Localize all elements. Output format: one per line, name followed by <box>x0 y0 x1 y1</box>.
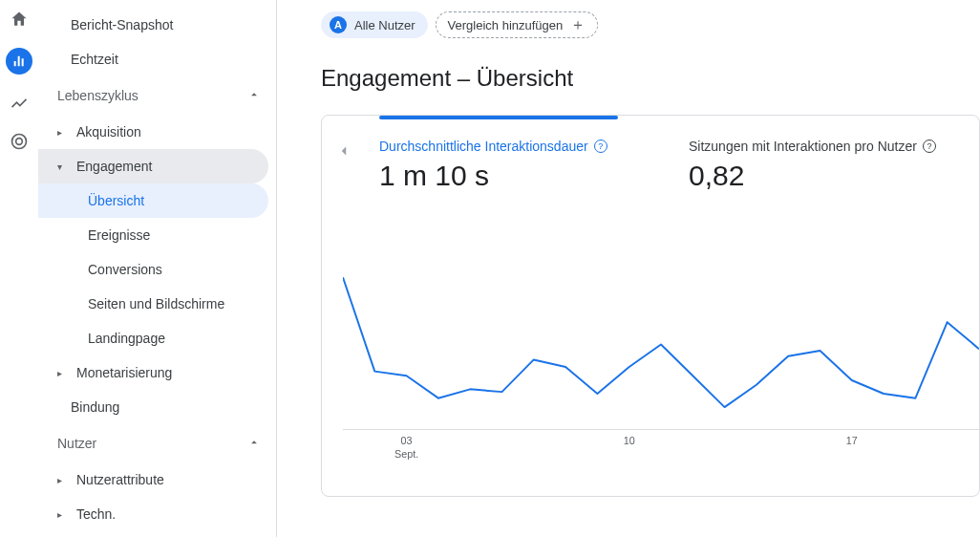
chevron-up-icon <box>247 436 261 452</box>
page-title: Engagement – Übersicht <box>321 65 980 92</box>
main-content: A Alle Nutzer Vergleich hinzufügen ＋ Eng… <box>287 0 980 537</box>
caret-right-icon: ▸ <box>57 127 69 138</box>
sidebar-item-label: Übersicht <box>88 193 144 208</box>
caret-right-icon: ▸ <box>57 368 69 378</box>
home-icon[interactable] <box>10 10 29 29</box>
plus-icon: ＋ <box>570 17 586 32</box>
sidebar-item-label: Monetarisierung <box>76 365 172 380</box>
sidebar-section-lifecycle[interactable]: Lebenszyklus <box>38 76 276 115</box>
sidebar-item-label: Seiten und Bildschirme <box>88 296 224 311</box>
metric-value: 1 m 10 s <box>379 160 628 192</box>
metric-row: Durchschnittliche Interaktionsdauer ? 1 … <box>322 116 979 192</box>
engagement-chart: 03Sept.1017 <box>343 259 979 486</box>
sidebar-item-landing-page[interactable]: Landingpage <box>38 321 268 355</box>
metric-engaged-sessions-per-user[interactable]: Sitzungen mit Interaktionen pro Nutzer ?… <box>689 139 937 192</box>
overview-card: Durchschnittliche Interaktionsdauer ? 1 … <box>321 115 980 497</box>
svg-text:10: 10 <box>624 435 635 446</box>
caret-right-icon: ▸ <box>57 509 69 520</box>
carousel-prev-button[interactable] <box>335 142 352 164</box>
sidebar-item-overview[interactable]: Übersicht <box>38 183 268 218</box>
help-icon[interactable]: ? <box>594 140 607 153</box>
segment-chip-all-users[interactable]: A Alle Nutzer <box>321 11 428 38</box>
sidebar-item-events[interactable]: Ereignisse <box>38 218 268 252</box>
sidebar-item-retention[interactable]: Bindung <box>38 390 268 424</box>
sidebar-section-label: Nutzer <box>57 436 96 451</box>
metric-label-text: Sitzungen mit Interaktionen pro Nutzer <box>689 139 917 154</box>
sidebar-item-monetization[interactable]: ▸ Monetarisierung <box>38 355 268 390</box>
metric-label: Durchschnittliche Interaktionsdauer ? <box>379 139 628 154</box>
segment-badge: A <box>330 16 347 33</box>
svg-point-0 <box>12 135 27 149</box>
sidebar: Bericht-Snapshot Echtzeit Lebenszyklus ▸… <box>38 0 277 537</box>
sidebar-item-user-attributes[interactable]: ▸ Nutzerattribute <box>38 462 268 497</box>
left-rail <box>0 0 38 537</box>
sidebar-section-user[interactable]: Nutzer <box>38 424 276 462</box>
sidebar-item-tech[interactable]: ▸ Techn. <box>38 497 268 531</box>
sidebar-item-label: Ereignisse <box>88 227 150 243</box>
chart-series-line <box>343 277 979 407</box>
metric-label-text: Durchschnittliche Interaktionsdauer <box>379 139 588 154</box>
sidebar-item-engagement[interactable]: ▾ Engagement <box>38 149 268 183</box>
sidebar-item-realtime[interactable]: Echtzeit <box>38 42 268 76</box>
sidebar-item-acquisition[interactable]: ▸ Akquisition <box>38 115 268 149</box>
help-icon[interactable]: ? <box>923 140 936 153</box>
active-metric-indicator <box>379 116 618 119</box>
metric-label: Sitzungen mit Interaktionen pro Nutzer ? <box>689 139 937 154</box>
advertising-icon[interactable] <box>10 132 29 151</box>
sidebar-item-label: Bindung <box>71 399 119 415</box>
sidebar-item-label: Techn. <box>76 506 116 522</box>
segment-chip-row: A Alle Nutzer Vergleich hinzufügen ＋ <box>321 11 980 38</box>
add-comparison-label: Vergleich hinzufügen <box>448 18 564 32</box>
sidebar-item-label: Landingpage <box>88 331 165 346</box>
caret-down-icon: ▾ <box>57 161 69 172</box>
svg-point-1 <box>16 139 23 145</box>
sidebar-item-snapshot[interactable]: Bericht-Snapshot <box>38 8 268 42</box>
sidebar-item-label: Akquisition <box>76 124 141 140</box>
svg-text:Sept.: Sept. <box>394 448 418 460</box>
sidebar-item-label: Conversions <box>88 262 162 277</box>
sidebar-item-label: Bericht-Snapshot <box>71 17 173 32</box>
metric-avg-engagement-time[interactable]: Durchschnittliche Interaktionsdauer ? 1 … <box>379 139 628 192</box>
sidebar-section-label: Lebenszyklus <box>57 88 138 103</box>
sidebar-item-label: Nutzerattribute <box>76 472 164 487</box>
metric-value: 0,82 <box>689 160 937 192</box>
add-comparison-chip[interactable]: Vergleich hinzufügen ＋ <box>436 11 599 38</box>
caret-right-icon: ▸ <box>57 475 69 485</box>
chevron-up-icon <box>247 88 261 104</box>
segment-chip-label: Alle Nutzer <box>354 18 415 32</box>
explore-icon[interactable] <box>10 94 29 113</box>
x-axis-ticks: 03Sept.1017 <box>394 435 858 460</box>
svg-text:03: 03 <box>401 435 413 446</box>
svg-text:17: 17 <box>846 435 858 446</box>
reports-icon[interactable] <box>6 48 32 75</box>
sidebar-item-pages-screens[interactable]: Seiten und Bildschirme <box>38 287 268 321</box>
sidebar-item-label: Engagement <box>76 159 152 174</box>
sidebar-item-label: Echtzeit <box>71 52 118 67</box>
sidebar-item-conversions[interactable]: Conversions <box>38 252 268 287</box>
